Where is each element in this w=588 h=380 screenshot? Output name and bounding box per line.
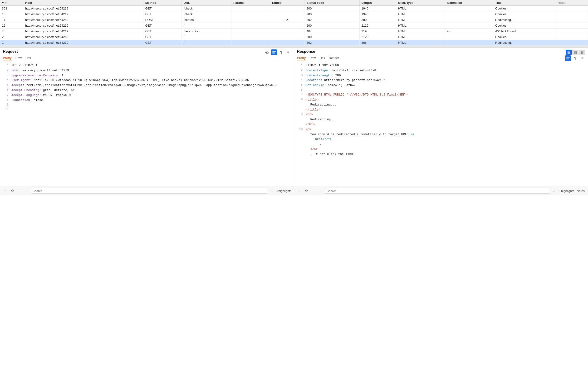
- table-row[interactable]: 1http://mercury.picoctf.net:54219GET/302…: [0, 40, 588, 46]
- view-list2-button[interactable]: ▥: [579, 50, 585, 55]
- table-cell: http://mercury.picoctf.net:54219: [23, 29, 143, 34]
- response-settings-button[interactable]: ⚙: [304, 188, 309, 194]
- col-header-title[interactable]: Title: [493, 0, 556, 6]
- tab-response-pretty[interactable]: Pretty: [297, 55, 306, 61]
- table-cell: Redirecting...: [493, 40, 556, 46]
- back-button[interactable]: ←: [17, 188, 22, 194]
- col-header-method[interactable]: Method: [143, 0, 182, 6]
- table-cell: Cookies: [493, 11, 556, 17]
- settings-button[interactable]: ⚙: [10, 188, 15, 194]
- tab-request-hex[interactable]: Hex: [25, 55, 31, 61]
- menu-icon[interactable]: ≡: [285, 49, 291, 55]
- format-icon[interactable]: [271, 49, 277, 55]
- response-paragraph-icon[interactable]: ¶: [572, 55, 578, 61]
- svg-rect-4: [566, 58, 569, 58]
- line-number: 9: [296, 112, 303, 117]
- response-format-icon[interactable]: [565, 55, 571, 61]
- col-header-edited[interactable]: Edited: [270, 0, 304, 6]
- col-header-status[interactable]: Status code: [304, 0, 359, 6]
- forward-button[interactable]: →: [24, 188, 29, 194]
- table-cell: 17: [0, 17, 23, 23]
- response-search-input[interactable]: [325, 188, 550, 194]
- col-header-num[interactable]: # ∨: [0, 0, 23, 6]
- table-cell: Cookies: [493, 23, 556, 29]
- col-header-mime[interactable]: MIME type: [396, 0, 445, 6]
- table-cell: [556, 23, 588, 29]
- response-footer: ? ⚙ ← → ⌕ 0 highlights Notes: [294, 187, 588, 195]
- response-line: 2Content-Type: text/html; charset=utf-8: [294, 68, 588, 73]
- response-back-button[interactable]: ←: [311, 188, 317, 194]
- paragraph-icon[interactable]: ¶: [278, 49, 284, 55]
- table-cell: [270, 29, 304, 34]
- response-search-button[interactable]: ⌕: [551, 188, 557, 194]
- response-line: 10<p>: [294, 127, 588, 132]
- table-row[interactable]: 17http://mercury.picoctf.net:54219POST/s…: [0, 17, 588, 23]
- line-number: 8: [296, 97, 303, 102]
- tab-request-pretty[interactable]: Pretty: [3, 55, 12, 61]
- col-header-url[interactable]: URL: [182, 0, 231, 6]
- line-number: 3: [296, 73, 303, 78]
- view-list1-button[interactable]: ▤: [572, 50, 578, 55]
- col-header-host[interactable]: Host: [23, 0, 143, 6]
- request-highlights: 0 highlights: [276, 189, 292, 193]
- request-toolbar: ¶ ≡: [264, 49, 291, 55]
- line-content: Accept-Language: zh-CN, zh;q=0.9: [11, 93, 292, 98]
- table-cell: [556, 34, 588, 40]
- eye-slash-icon[interactable]: [264, 49, 270, 55]
- response-menu-icon[interactable]: ≡: [579, 55, 585, 61]
- col-header-params[interactable]: Params: [231, 0, 270, 6]
- table-cell: Redirecting...: [493, 17, 556, 23]
- table-cell: /: [182, 40, 231, 46]
- response-panel: Response ▦ ▤ ▥ Pretty Raw Hex Ren: [294, 48, 588, 195]
- line-content: Redirecting...: [306, 117, 586, 122]
- request-line: 7Accept-Language: zh-CN, zh;q=0.9: [0, 93, 294, 98]
- line-content: User-Agent: Mozilla/5.0 (Windows NT 10.0…: [11, 78, 292, 83]
- table-cell: 404 Not Found: [493, 29, 556, 34]
- response-line: 5Set-Cookie: name=-1; Path=/: [294, 83, 588, 88]
- table-cell: HTML: [396, 17, 445, 23]
- notes-button[interactable]: Notes: [576, 189, 586, 193]
- line-content: Connection: close: [11, 98, 292, 103]
- table-row[interactable]: 18http://mercury.picoctf.net:54219GET/ch…: [0, 11, 588, 17]
- line-number: 3: [2, 73, 9, 78]
- col-header-extension[interactable]: Extension: [445, 0, 493, 6]
- help-button[interactable]: ?: [2, 188, 8, 194]
- response-forward-button[interactable]: →: [318, 188, 324, 194]
- table-cell: 200: [304, 11, 359, 17]
- request-line: 2Host: mercury.picoctf.net:54219: [0, 68, 294, 73]
- tab-response-raw[interactable]: Raw: [309, 55, 316, 61]
- table-row[interactable]: 12http://mercury.picoctf.net:54219GET/20…: [0, 23, 588, 29]
- table-cell: [556, 11, 588, 17]
- table-row[interactable]: 363http://mercury.picoctf.net:54219GET/c…: [0, 6, 588, 11]
- view-grid-button[interactable]: ▦: [566, 50, 572, 55]
- table-cell: GET: [143, 11, 182, 17]
- tab-response-hex[interactable]: Hex: [320, 55, 325, 61]
- table-cell: 366: [359, 40, 396, 46]
- table-cell: GET: [143, 34, 182, 40]
- request-line: 5Accept: text/html,application/xhtml+xml…: [0, 83, 294, 88]
- table-row[interactable]: 2http://mercury.picoctf.net:54219GET/200…: [0, 34, 588, 40]
- table-cell: HTML: [396, 6, 445, 11]
- table-cell: http://mercury.picoctf.net:54219: [23, 11, 143, 17]
- table-cell: HTML: [396, 34, 445, 40]
- tab-request-raw[interactable]: Raw: [16, 55, 22, 61]
- table-row[interactable]: 7http://mercury.picoctf.net:54219GET/fav…: [0, 29, 588, 34]
- table-cell: [445, 6, 493, 11]
- response-help-button[interactable]: ?: [297, 188, 302, 194]
- line-content: Redirecting...: [306, 102, 586, 107]
- request-panel-header: Request ¶ ≡ Pretty: [0, 48, 294, 61]
- request-search-input[interactable]: [31, 188, 267, 194]
- response-line: 8<title>: [294, 97, 588, 102]
- request-line: 4User-Agent: Mozilla/5.0 (Windows NT 10.…: [0, 78, 294, 83]
- line-number: 1: [2, 63, 9, 68]
- request-footer: ? ⚙ ← → ⌕ 0 highlights: [0, 187, 294, 195]
- table-cell: Cookies: [493, 34, 556, 40]
- table-cell: 1940: [359, 6, 396, 11]
- tab-response-render[interactable]: Render: [329, 55, 339, 61]
- col-header-length[interactable]: Length: [359, 0, 396, 6]
- line-content: Location: http://mercury.picoctf.net:542…: [306, 78, 586, 83]
- table-cell: [270, 6, 304, 11]
- request-search-button[interactable]: ⌕: [269, 188, 275, 194]
- col-header-notes[interactable]: Notes: [556, 0, 588, 6]
- response-line: 7<!DOCTYPE HTML PUBLIC "-//W3C//DTD HTML…: [294, 93, 588, 97]
